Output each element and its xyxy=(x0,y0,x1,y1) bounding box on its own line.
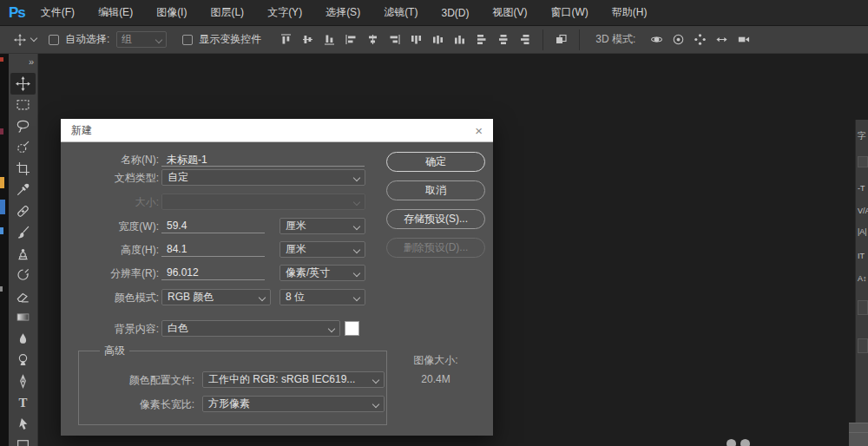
menu-layer[interactable]: 图层(L) xyxy=(210,5,244,20)
chevron-down-icon xyxy=(259,293,266,300)
pixel-ratio-label: 像素长宽比: xyxy=(140,397,194,412)
menu-select[interactable]: 选择(S) xyxy=(326,5,360,20)
kerning-icon: V/A xyxy=(858,207,868,215)
auto-select-target-dropdown[interactable]: 组 xyxy=(116,31,167,48)
background-dot xyxy=(727,439,736,446)
distribute-bottom-edges-icon[interactable] xyxy=(449,30,470,50)
align-right-edges-icon[interactable] xyxy=(384,30,405,50)
eyedropper-tool[interactable] xyxy=(9,180,37,201)
align-top-edges-icon[interactable] xyxy=(275,30,297,50)
color-mode-row: 颜色模式: RGB 颜色 8 位 xyxy=(61,289,493,305)
advanced-label[interactable]: 高级 xyxy=(100,344,129,358)
history-brush-tool[interactable] xyxy=(9,265,37,286)
menu-window[interactable]: 窗口(W) xyxy=(550,5,588,20)
lasso-tool[interactable] xyxy=(9,115,37,137)
color-mode-dropdown[interactable]: RGB 颜色 xyxy=(161,289,271,305)
blur-tool[interactable] xyxy=(9,328,37,350)
tracking-icon: |A| xyxy=(858,227,867,236)
font-field-fragment[interactable] xyxy=(858,156,868,167)
color-profile-dropdown[interactable]: 工作中的 RGB: sRGB IEC619... xyxy=(202,371,385,388)
chevron-down-icon xyxy=(372,400,379,407)
menu-edit[interactable]: 编辑(E) xyxy=(98,5,133,20)
distribute-right-edges-icon[interactable] xyxy=(514,30,536,50)
align-vertical-centers-icon[interactable] xyxy=(297,30,319,50)
font-size-icon: -T xyxy=(858,184,865,193)
distribute-vertical-centers-icon[interactable] xyxy=(427,30,449,50)
bit-depth-dropdown[interactable]: 8 位 xyxy=(279,289,365,305)
options-bar: 自动选择: 组 显示变换控件 3D 模式: xyxy=(0,26,868,54)
align-left-edges-icon[interactable] xyxy=(340,30,362,50)
save-preset-button[interactable]: 存储预设(S)... xyxy=(386,209,485,229)
distribute-left-edges-icon[interactable] xyxy=(470,30,492,50)
eraser-tool[interactable] xyxy=(9,285,37,307)
color-profile-label: 颜色配置文件: xyxy=(129,373,194,388)
pixel-ratio-dropdown[interactable]: 方形像素 xyxy=(202,396,385,412)
resolution-input[interactable]: 96.012 xyxy=(161,265,265,280)
quick-selection-tool[interactable] xyxy=(9,137,37,159)
3d-slide-icon[interactable] xyxy=(711,30,733,50)
spot-healing-brush-tool[interactable] xyxy=(9,200,37,222)
desktop-icon-fragment xyxy=(0,227,3,234)
doc-type-dropdown[interactable]: 自定 xyxy=(161,169,365,186)
distribute-horizontal-centers-icon[interactable] xyxy=(492,30,514,50)
desktop-icon-fragment xyxy=(0,177,4,188)
3d-rotate-icon[interactable] xyxy=(646,30,667,50)
3d-camera-icon[interactable] xyxy=(733,30,754,50)
dodge-tool[interactable] xyxy=(9,350,37,371)
collapse-panel-icon[interactable]: » xyxy=(9,54,37,73)
show-transform-controls-checkbox[interactable] xyxy=(182,35,193,45)
rectangular-marquee-tool[interactable] xyxy=(9,95,37,116)
crop-tool[interactable] xyxy=(9,158,37,180)
move-tool[interactable] xyxy=(10,73,36,95)
dialog-body: 名称(N): 未标题-1 文档类型: 自定 大小: 宽度(W): 59. xyxy=(61,142,493,436)
menu-3d[interactable]: 3D(D) xyxy=(441,7,469,19)
pen-tool[interactable] xyxy=(9,371,37,392)
background-row: 背景内容: 白色 xyxy=(61,320,493,337)
auto-align-layers-icon[interactable] xyxy=(550,30,572,50)
desktop-icon-fragment xyxy=(0,128,3,134)
name-input[interactable]: 未标题-1 xyxy=(161,151,365,167)
distribute-top-edges-icon[interactable] xyxy=(405,30,427,50)
dialog-titlebar[interactable]: 新建 × xyxy=(61,119,493,142)
menu-type[interactable]: 文字(Y) xyxy=(267,5,302,20)
align-bottom-edges-icon[interactable] xyxy=(319,30,340,50)
rectangle-shape-tool[interactable] xyxy=(9,435,37,446)
height-input[interactable]: 84.1 xyxy=(161,241,265,257)
menu-filter[interactable]: 滤镜(T) xyxy=(384,5,418,20)
background-dropdown[interactable]: 白色 xyxy=(161,320,340,337)
horizontal-type-tool[interactable]: T xyxy=(9,392,37,414)
clone-stamp-tool[interactable] xyxy=(9,243,37,265)
path-selection-tool[interactable] xyxy=(9,413,37,435)
bit-depth-value: 8 位 xyxy=(286,290,305,305)
move-icon xyxy=(14,34,26,46)
menu-help[interactable]: 帮助(H) xyxy=(612,5,648,20)
ok-button[interactable]: 确定 xyxy=(386,152,485,172)
brush-tool[interactable] xyxy=(9,222,37,244)
3d-roll-icon[interactable] xyxy=(667,30,689,50)
menu-view[interactable]: 视图(V) xyxy=(492,5,527,20)
panel-button-fragment[interactable] xyxy=(858,300,868,315)
height-unit-dropdown[interactable]: 厘米 xyxy=(279,241,365,258)
width-input[interactable]: 59.4 xyxy=(161,218,265,233)
panel-button-fragment[interactable] xyxy=(858,338,868,353)
width-unit-dropdown[interactable]: 厘米 xyxy=(279,218,365,234)
close-icon[interactable]: × xyxy=(475,124,483,137)
gradient-tool[interactable] xyxy=(9,307,37,329)
background-color-swatch[interactable] xyxy=(345,321,359,336)
background-label: 背景内容: xyxy=(115,322,159,337)
tool-panel: » T xyxy=(9,54,38,446)
size-dropdown xyxy=(161,193,365,210)
resolution-unit-dropdown[interactable]: 像素/英寸 xyxy=(279,265,365,281)
cancel-button[interactable]: 取消 xyxy=(386,180,485,200)
auto-select-checkbox[interactable] xyxy=(49,35,59,45)
width-label: 宽度(W): xyxy=(118,220,159,234)
align-horizontal-centers-icon[interactable] xyxy=(362,30,384,50)
menu-image[interactable]: 图像(I) xyxy=(156,5,187,20)
3d-drag-icon[interactable] xyxy=(689,30,711,50)
pixel-ratio-value: 方形像素 xyxy=(208,397,250,411)
menu-file[interactable]: 文件(F) xyxy=(41,5,75,20)
background-value: 白色 xyxy=(168,321,188,336)
character-panel-tab[interactable]: 字 xyxy=(858,130,866,142)
move-tool-preset[interactable] xyxy=(14,34,36,46)
height-unit-value: 厘米 xyxy=(286,242,306,257)
